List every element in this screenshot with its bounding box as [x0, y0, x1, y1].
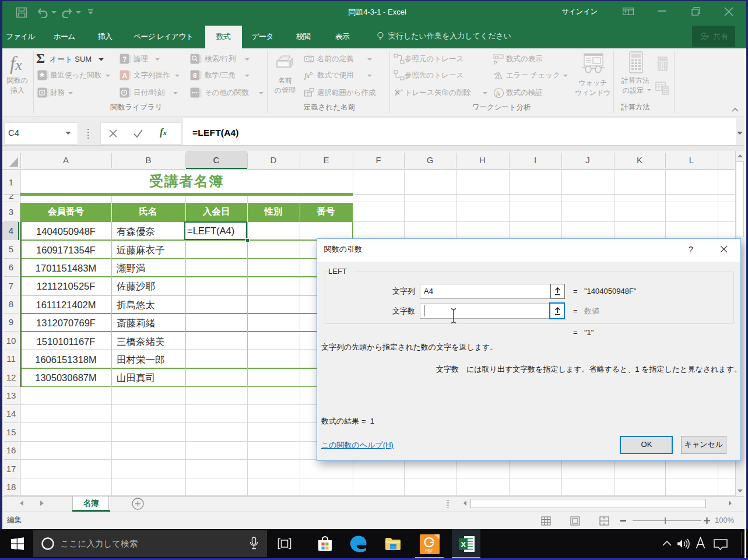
svg-text:15: 15 — [495, 55, 499, 59]
svg-text:PDF: PDF — [426, 549, 433, 553]
svg-text:X: X — [461, 540, 466, 549]
svg-text:fx: fx — [304, 71, 310, 80]
svg-text:fx: fx — [494, 59, 498, 65]
svg-text:A: A — [122, 72, 128, 80]
svg-text:?: ? — [122, 55, 127, 64]
